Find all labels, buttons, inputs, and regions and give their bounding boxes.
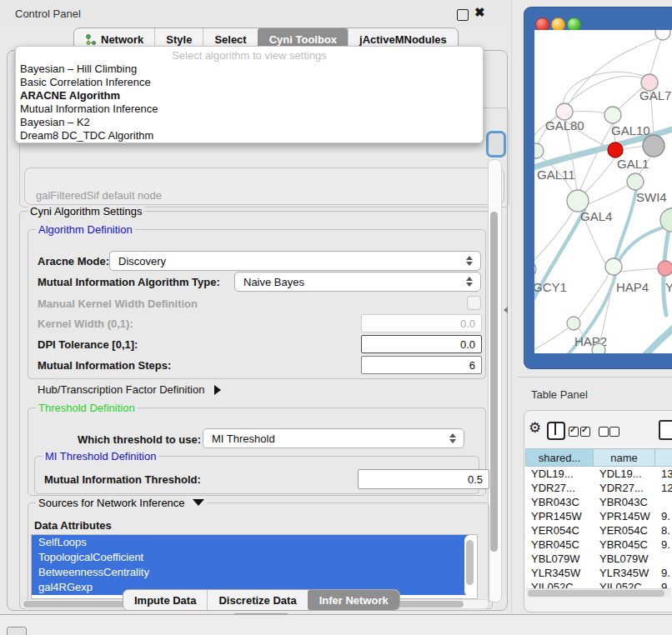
hub-definition-expander[interactable]: Hub/Transcription Factor Definition <box>38 383 221 396</box>
table-cell: YLR345W <box>525 566 594 580</box>
sources-legend-wrap[interactable]: Sources for Network Inference <box>36 497 207 509</box>
node-label-hap4: HAP4 <box>616 280 649 294</box>
network-node-hap2[interactable] <box>567 317 580 330</box>
network-node-y[interactable] <box>658 261 672 276</box>
tab-impute-data[interactable]: Impute Data <box>123 590 207 610</box>
settings-vertical-scrollbar[interactable] <box>488 159 502 602</box>
table-row[interactable]: YBR043CYBR043C <box>525 495 672 509</box>
network-node-gcy1[interactable] <box>534 262 536 277</box>
mi-threshold-label: Mutual Information Threshold: <box>44 473 201 486</box>
algorithm-option-aracne-algorithm[interactable]: ARACNE Algorithm <box>20 89 479 102</box>
tab-label: Cyni Toolbox <box>269 33 337 46</box>
table-row[interactable]: YDL19...YDL19...13 <box>525 467 672 481</box>
tab-label: Impute Data <box>134 594 196 607</box>
network-node[interactable] <box>655 30 670 40</box>
bottom-tabs: Impute DataDiscretize DataInfer Network <box>123 589 400 611</box>
node-table[interactable]: shared...name YDL19...YDL19...13YDR27...… <box>525 448 672 597</box>
table-cell: 12 <box>655 481 672 495</box>
divider-grip-icon[interactable] <box>504 307 508 313</box>
network-node[interactable] <box>608 142 623 158</box>
hidden-combo-focus-button[interactable] <box>486 131 506 158</box>
table-row[interactable]: YER054CYER054C8. <box>525 523 672 538</box>
attribute-item-betweennesscentrality[interactable]: BetweennessCentrality <box>32 565 470 580</box>
table-cell: YER054C <box>594 523 655 538</box>
dpi-tolerance-input[interactable]: 0.0 <box>361 335 482 353</box>
aracne-mode-select[interactable]: Discovery <box>109 251 481 271</box>
table-cell: YDL19... <box>594 467 655 481</box>
node-label-gal10: GAL10 <box>611 123 650 138</box>
expand-right-icon <box>214 385 221 395</box>
table-row[interactable]: YPR145WYPR145W9. <box>525 509 672 523</box>
checked-checkbox-icon[interactable] <box>569 427 579 437</box>
tab-discretize-data[interactable]: Discretize Data <box>207 590 307 610</box>
bottom-bar <box>0 615 672 635</box>
file-icon[interactable] <box>659 420 672 440</box>
mi-algorithm-type-select[interactable]: Naive Bayes <box>234 272 481 292</box>
manual-kernel-width-checkbox[interactable] <box>467 296 481 310</box>
algorithm-option-dream8-dc-tdc-algorithm[interactable]: Dream8 DC_TDC Algorithm <box>20 129 479 142</box>
algorithm-dropdown-placeholder: Select algorithm to view settings <box>16 49 483 62</box>
algorithm-option-bayesian-k2[interactable]: Bayesian – K2 <box>20 116 479 129</box>
network-node-hap4[interactable] <box>605 258 622 275</box>
network-edge <box>579 273 609 318</box>
which-threshold-select[interactable]: MI Threshold <box>203 428 464 448</box>
network-node-gal10[interactable] <box>604 107 621 123</box>
table-cell: YDR27... <box>525 481 594 495</box>
stepper-arrows-icon <box>449 433 456 443</box>
table-row[interactable]: YDR27...YDR27...12 <box>525 481 672 495</box>
node-label-gal7: GAL7 <box>639 88 671 102</box>
mi-algorithm-type-label: Mutual Information Algorithm Type: <box>38 276 220 288</box>
sources-legend: Sources for Network Inference <box>38 497 185 509</box>
network-node-gal80[interactable] <box>556 103 573 120</box>
network-icon <box>85 34 96 45</box>
network-node-gal11[interactable] <box>534 143 544 158</box>
close-icon[interactable]: ✖ <box>474 5 485 20</box>
column-header-shared[interactable]: shared... <box>525 448 594 467</box>
network-node[interactable] <box>643 135 664 157</box>
cyni-algorithm-settings-legend: Cyni Algorithm Settings <box>28 205 144 218</box>
kernel-width-label: Kernel Width (0,1): <box>38 318 133 330</box>
table-horizontal-scrollbar[interactable] <box>526 588 671 598</box>
kernel-width-input[interactable]: 0.0 <box>361 314 482 332</box>
algorithm-option-mutual-information-inference[interactable]: Mutual Information Inference <box>20 102 479 116</box>
network-edge <box>623 146 644 149</box>
table-row[interactable]: YBR045CYBR045C9. <box>525 538 672 552</box>
algorithm-dropdown-items: Bayesian – Hill ClimbingBasic Correlatio… <box>20 62 479 142</box>
mi-threshold-legend: MI Threshold Definition <box>43 450 158 462</box>
panel-divider[interactable] <box>511 0 512 614</box>
network-canvas[interactable]: GAL7GAL80GAL10GAL1GAL11SWI4GAL4GCY1HAP4Y… <box>534 30 672 353</box>
hub-definition-label: Hub/Transcription Factor Definition <box>38 383 204 396</box>
mi-steps-label: Mutual Information Steps: <box>38 359 171 372</box>
checked-checkbox-icon[interactable] <box>580 427 590 437</box>
mi-threshold-input[interactable]: 0.5 <box>358 469 489 489</box>
settings-vertical-scrollbar-thumb[interactable] <box>490 212 498 552</box>
dpi-tolerance-label: DPI Tolerance [0,1]: <box>38 338 138 351</box>
table-row[interactable]: YBL079WYBL079W <box>525 552 672 566</box>
tab-infer-network[interactable]: Infer Network <box>308 590 399 610</box>
algorithm-dropdown: Select algorithm to view settings Bayesi… <box>15 46 484 143</box>
settings-gear-icon[interactable]: ⚙ <box>529 421 541 435</box>
network-node-swi4[interactable] <box>627 173 644 190</box>
table-horizontal-scrollbar-thumb[interactable] <box>528 590 664 597</box>
listbox-vertical-scrollbar[interactable] <box>464 535 475 597</box>
network-node[interactable] <box>592 343 605 353</box>
listbox-vertical-scrollbar-thumb[interactable] <box>466 540 474 585</box>
unchecked-checkbox-icon[interactable] <box>609 427 619 437</box>
corner-widget-icon[interactable] <box>7 627 27 635</box>
float-window-icon[interactable] <box>457 9 469 21</box>
attribute-item-topologicalcoefficient[interactable]: TopologicalCoefficient <box>32 550 470 565</box>
column-header-name[interactable]: name <box>594 448 655 467</box>
table-cell <box>655 552 672 566</box>
unchecked-checkbox-icon[interactable] <box>599 427 609 437</box>
table-row[interactable]: YLR345WYLR345W9. <box>525 566 672 580</box>
node-label-y: Y <box>665 280 672 294</box>
collapse-down-icon <box>193 499 204 506</box>
table-cell: YBR043C <box>594 495 655 509</box>
network-edge <box>619 268 659 272</box>
mi-steps-input[interactable]: 6 <box>361 356 482 374</box>
algorithm-option-bayesian-hill-climbing[interactable]: Bayesian – Hill Climbing <box>20 62 479 76</box>
split-columns-icon[interactable] <box>547 422 565 440</box>
column-header-partial[interactable] <box>655 448 672 467</box>
algorithm-option-basic-correlation-inference[interactable]: Basic Correlation Inference <box>20 76 479 89</box>
attribute-item-selfloops[interactable]: SelfLoops <box>32 535 470 550</box>
